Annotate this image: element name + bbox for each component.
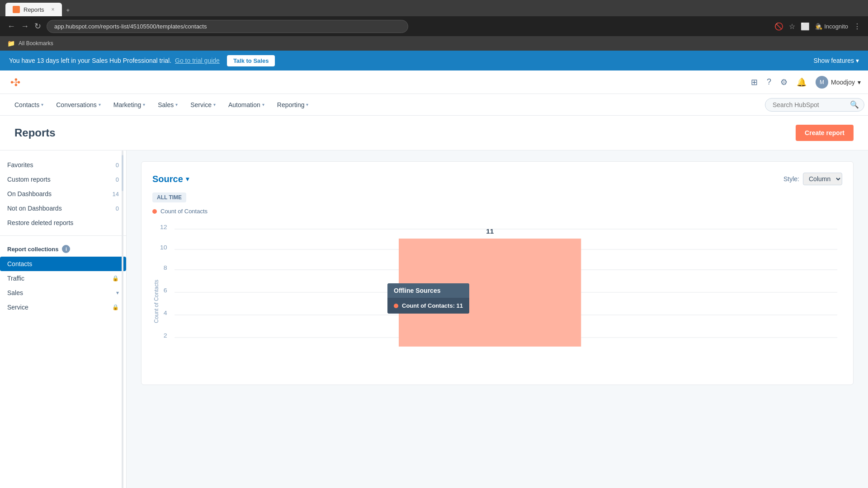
- show-features-btn[interactable]: Show features ▾: [814, 57, 859, 64]
- user-avatar: M: [816, 76, 828, 89]
- forward-btn[interactable]: →: [21, 22, 29, 31]
- style-label: Style:: [783, 175, 799, 183]
- sidebar-collection-contacts[interactable]: Contacts: [0, 257, 126, 271]
- main-content: Source ▾ Style: Column Bar Line Area ALL…: [127, 150, 868, 488]
- sidebar-divider: [0, 235, 126, 236]
- service-chevron: ▾: [213, 102, 216, 107]
- nav-contacts[interactable]: Contacts ▾: [9, 94, 49, 116]
- eye-off-icon[interactable]: 🚫: [774, 22, 783, 31]
- legend-dot: [152, 209, 157, 214]
- bookmarks-folder-icon: 📁: [7, 40, 15, 47]
- hubspot-logo[interactable]: [7, 74, 24, 90]
- page-wrapper: Favorites 0 Custom reports 0 On Dashboar…: [0, 150, 868, 488]
- sidebar-scrollbar-track: [122, 150, 123, 488]
- sidebar-scrollbar-thumb: [122, 155, 123, 191]
- nav-marketing[interactable]: Marketing ▾: [108, 94, 151, 116]
- trial-banner: You have 13 days left in your Sales Hub …: [0, 51, 868, 70]
- tab-favicon: [13, 6, 20, 13]
- hubspot-topbar: ⊞ ? ⚙ 🔔 M Moodjoy ▾: [0, 70, 868, 94]
- svg-text:12: 12: [160, 224, 167, 230]
- traffic-lock-icon: 🔒: [112, 275, 119, 282]
- automation-chevron: ▾: [262, 102, 264, 107]
- sidebar-on-dashboards[interactable]: On Dashboards 14: [0, 187, 126, 201]
- new-tab-btn[interactable]: +: [62, 4, 75, 16]
- split-view-icon[interactable]: ⬜: [801, 22, 810, 31]
- browser-tab-bar: Reports × +: [0, 0, 868, 16]
- address-bar[interactable]: [47, 20, 408, 33]
- sales-chevron: ▾: [175, 102, 178, 107]
- notifications-icon[interactable]: 🔔: [797, 77, 807, 87]
- chart-area: 12 10 8 6 4 2 Count of Contacts: [152, 220, 842, 374]
- search-input[interactable]: [765, 98, 864, 112]
- tab-close-btn[interactable]: ×: [52, 6, 55, 13]
- incognito-label: 🕵 Incognito: [815, 23, 848, 30]
- contacts-chevron: ▾: [41, 102, 43, 107]
- user-menu[interactable]: M Moodjoy ▾: [816, 76, 861, 89]
- sidebar-collections-title: Report collections i: [0, 241, 126, 257]
- tooltip-dot: [394, 304, 398, 308]
- conversations-chevron: ▾: [99, 102, 101, 107]
- chart-title-arrow: ▾: [186, 175, 189, 183]
- browser-tab[interactable]: Reports ×: [5, 3, 62, 16]
- trial-text: You have 13 days left in your Sales Hub …: [9, 57, 171, 64]
- nav-reporting[interactable]: Reporting ▾: [272, 94, 314, 116]
- sidebar-custom-reports[interactable]: Custom reports 0: [0, 172, 126, 187]
- sales-expand-icon: ▾: [116, 290, 119, 296]
- chart-title-btn[interactable]: Source ▾: [152, 174, 189, 184]
- chart-svg: 12 10 8 6 4 2 Count of Contacts: [152, 220, 842, 374]
- time-badge: ALL TIME: [152, 192, 186, 202]
- sidebar-collection-traffic[interactable]: Traffic 🔒: [0, 271, 126, 286]
- user-name: Moodjoy: [831, 79, 855, 86]
- sidebar-collection-sales[interactable]: Sales ▾: [0, 286, 126, 300]
- user-menu-chevron: ▾: [858, 79, 861, 86]
- settings-icon[interactable]: ⚙: [780, 77, 788, 87]
- talk-to-sales-btn[interactable]: Talk to Sales: [227, 55, 275, 66]
- nav-automation[interactable]: Automation ▾: [223, 94, 270, 116]
- svg-text:11: 11: [486, 228, 494, 235]
- legend-label: Count of Contacts: [160, 208, 208, 215]
- service-lock-icon: 🔒: [112, 304, 119, 310]
- more-options-btn[interactable]: ⋮: [854, 22, 861, 31]
- nav-sales[interactable]: Sales ▾: [152, 94, 183, 116]
- svg-point-0: [14, 7, 19, 12]
- create-report-btn[interactable]: Create report: [796, 125, 854, 141]
- chart-style-select[interactable]: Column Bar Line Area: [803, 173, 842, 185]
- refresh-btn[interactable]: ↻: [34, 21, 41, 31]
- star-icon[interactable]: ☆: [789, 22, 795, 31]
- svg-text:Count of Contacts: Count of Contacts: [153, 280, 160, 323]
- svg-text:10: 10: [160, 244, 167, 251]
- sidebar-favorites[interactable]: Favorites 0: [0, 158, 126, 172]
- tooltip-body: Count of Contacts: 11: [387, 298, 469, 314]
- page-title: Reports: [14, 127, 56, 139]
- cursor-indicator: [433, 317, 437, 322]
- all-bookmarks-link[interactable]: All Bookmarks: [19, 40, 53, 47]
- main-nav: Contacts ▾ Conversations ▾ Marketing ▾ S…: [0, 94, 868, 116]
- svg-text:2: 2: [164, 333, 167, 339]
- bookmarks-bar: 📁 All Bookmarks: [0, 36, 868, 51]
- nav-search: 🔍: [765, 98, 859, 112]
- back-btn[interactable]: ←: [7, 22, 15, 31]
- page-header: Reports Create report: [0, 116, 868, 150]
- info-badge[interactable]: i: [62, 245, 70, 253]
- browser-address-bar: ← → ↻ 🚫 ☆ ⬜ 🕵 Incognito ⋮: [0, 16, 868, 36]
- tooltip-value: Count of Contacts: 11: [402, 302, 463, 309]
- search-btn[interactable]: 🔍: [850, 100, 859, 109]
- help-icon[interactable]: ?: [767, 77, 771, 87]
- svg-text:8: 8: [164, 265, 167, 271]
- tooltip-header: Offline Sources: [387, 283, 469, 298]
- svg-text:6: 6: [164, 287, 167, 294]
- trial-guide-link[interactable]: Go to trial guide: [175, 57, 220, 64]
- sidebar-restore-deleted[interactable]: Restore deleted reports: [0, 216, 126, 230]
- chart-container: Source ▾ Style: Column Bar Line Area ALL…: [141, 161, 854, 385]
- apps-icon[interactable]: ⊞: [751, 77, 758, 87]
- topbar-right: ⊞ ? ⚙ 🔔 M Moodjoy ▾: [751, 76, 861, 89]
- tab-label: Reports: [24, 6, 44, 13]
- sidebar-not-on-dashboards[interactable]: Not on Dashboards 0: [0, 201, 126, 216]
- chart-legend: Count of Contacts: [152, 208, 842, 215]
- sidebar-collection-service[interactable]: Service 🔒: [0, 300, 126, 314]
- reporting-chevron: ▾: [306, 102, 308, 107]
- nav-conversations[interactable]: Conversations ▾: [51, 94, 106, 116]
- nav-service[interactable]: Service ▾: [185, 94, 221, 116]
- chart-tooltip: Offline Sources Count of Contacts: 11: [387, 283, 469, 314]
- chart-header: Source ▾ Style: Column Bar Line Area: [152, 173, 842, 185]
